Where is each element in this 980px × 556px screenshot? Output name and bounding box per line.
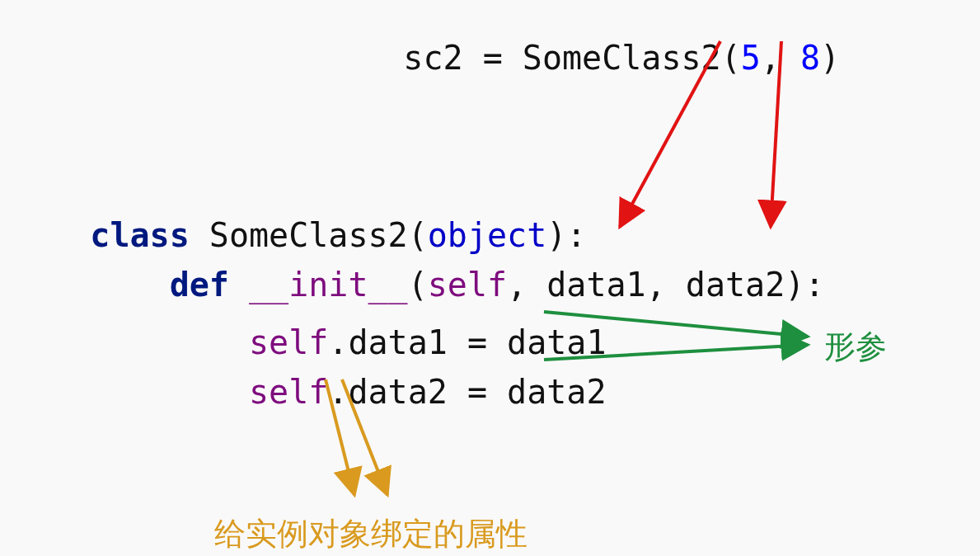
assign-data2: .data2 = data2 bbox=[328, 373, 606, 411]
diagram-stage: sc2 = SomeClass2(5, 8) class SomeClass2(… bbox=[0, 0, 980, 556]
self-ref: self bbox=[249, 373, 328, 411]
code-line-1: sc2 = SomeClass2(5, 8) bbox=[324, 8, 840, 107]
arg1-literal: 5 bbox=[741, 39, 761, 77]
code-text: ) bbox=[820, 39, 840, 77]
arg2-literal: 8 bbox=[800, 39, 820, 77]
code-text: , bbox=[761, 39, 800, 77]
annotation-attrs: 给实例对象绑定的属性 bbox=[214, 513, 528, 555]
code-line-5: self.data2 = data2 bbox=[11, 342, 606, 441]
indent bbox=[90, 373, 249, 411]
code-text: sc2 = SomeClass2( bbox=[403, 39, 740, 77]
annotation-params: 形参 bbox=[824, 326, 887, 368]
